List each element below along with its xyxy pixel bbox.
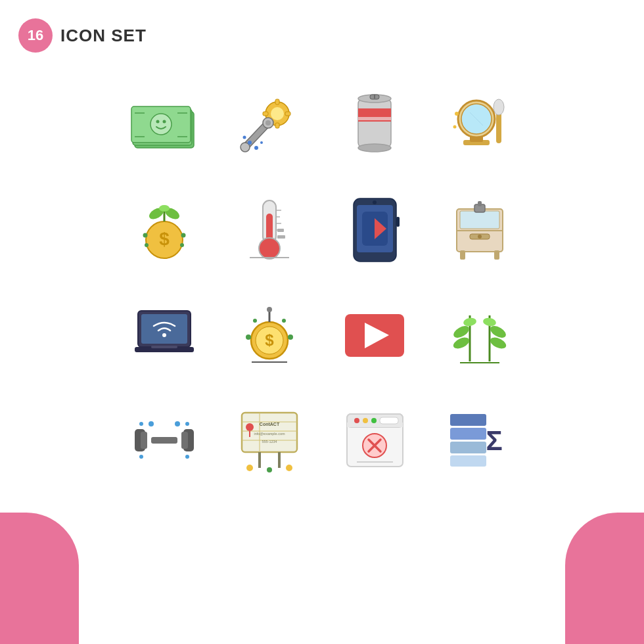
- svg-point-11: [271, 107, 284, 120]
- svg-rect-72: [478, 201, 482, 206]
- svg-point-87: [253, 319, 257, 323]
- svg-point-48: [181, 233, 185, 237]
- icon-money: [128, 89, 200, 161]
- svg-rect-79: [151, 346, 177, 348]
- icon-cell-cabinet: [427, 177, 532, 283]
- svg-point-97: [488, 323, 508, 340]
- icon-settings: [233, 89, 306, 161]
- icon-laptop-wifi: [128, 299, 200, 371]
- svg-point-85: [246, 334, 251, 340]
- icon-cabinet: [444, 194, 516, 266]
- svg-rect-23: [358, 99, 391, 148]
- svg-point-124: [267, 467, 272, 472]
- badge-title: ICON SET: [60, 26, 147, 46]
- svg-point-77: [162, 333, 166, 337]
- svg-point-17: [265, 120, 271, 126]
- svg-point-86: [288, 334, 293, 340]
- svg-rect-15: [285, 112, 290, 116]
- svg-point-95: [463, 317, 477, 327]
- svg-point-131: [371, 418, 377, 423]
- svg-rect-13: [275, 123, 279, 128]
- svg-rect-138: [450, 428, 486, 440]
- icon-cell-browser-error: [322, 388, 427, 493]
- icon-cell-wheat: [427, 283, 532, 388]
- svg-rect-68: [460, 211, 499, 229]
- icon-video-play: [338, 299, 411, 371]
- svg-point-38: [455, 112, 459, 116]
- svg-rect-74: [494, 250, 499, 260]
- icon-cell-can: [322, 72, 427, 177]
- svg-rect-64: [396, 217, 400, 227]
- svg-rect-103: [141, 432, 147, 449]
- icon-cell-settings: [217, 72, 322, 177]
- svg-text:$: $: [265, 331, 274, 349]
- icon-contact-sign: ContACT info@example.com 555-1234: [233, 404, 306, 476]
- svg-point-65: [373, 200, 377, 204]
- icon-cell-mobile-play: [322, 177, 427, 283]
- svg-point-45: [159, 205, 170, 212]
- svg-rect-139: [450, 442, 486, 453]
- corner-decoration-br: [565, 513, 644, 644]
- svg-point-25: [358, 144, 391, 152]
- icon-cell-thermometer: [217, 177, 322, 283]
- icon-cell-mirror: [427, 72, 532, 177]
- svg-point-107: [175, 421, 180, 426]
- svg-text:ContACT: ContACT: [260, 422, 280, 426]
- svg-point-98: [488, 335, 507, 351]
- svg-rect-27: [358, 117, 391, 120]
- svg-point-21: [243, 136, 246, 139]
- icon-dumbbell: [128, 404, 200, 476]
- svg-point-3: [150, 114, 172, 135]
- svg-rect-140: [450, 455, 486, 467]
- svg-rect-58: [277, 235, 285, 239]
- icons-grid: $: [112, 72, 532, 493]
- svg-point-93: [451, 323, 471, 340]
- svg-point-106: [149, 421, 154, 426]
- svg-rect-12: [275, 99, 279, 104]
- icon-cell-money: [112, 72, 217, 177]
- icon-cell-laptop-wifi: [112, 283, 217, 388]
- svg-rect-137: [450, 414, 486, 426]
- icon-can: [338, 89, 411, 161]
- svg-point-5: [163, 120, 166, 124]
- icon-cell-video-play: [322, 283, 427, 388]
- svg-point-88: [282, 319, 286, 323]
- icon-cell-investment: $: [112, 177, 217, 283]
- svg-text:info@example.com: info@example.com: [254, 432, 285, 436]
- icon-wheat: [444, 299, 516, 371]
- icon-browser-error: [338, 404, 411, 476]
- svg-rect-73: [460, 250, 465, 260]
- svg-point-123: [246, 465, 253, 471]
- svg-point-19: [248, 141, 252, 145]
- svg-rect-14: [263, 112, 268, 116]
- svg-point-94: [451, 335, 471, 351]
- svg-point-20: [254, 146, 258, 150]
- icon-mirror: [444, 89, 516, 161]
- icon-coin-plant: $: [233, 299, 306, 371]
- svg-rect-59: [277, 229, 284, 232]
- svg-point-111: [185, 455, 189, 459]
- svg-point-130: [363, 418, 368, 423]
- svg-point-4: [156, 120, 160, 124]
- corner-decoration-bl: [0, 513, 79, 644]
- svg-point-39: [453, 125, 457, 128]
- svg-point-110: [139, 455, 143, 459]
- svg-text:Σ: Σ: [486, 425, 502, 456]
- badge-container: 16 ICON SET: [18, 18, 147, 53]
- icon-mobile-play: [338, 194, 411, 266]
- svg-text:555-1234: 555-1234: [262, 440, 277, 444]
- svg-point-49: [180, 243, 184, 247]
- svg-point-70: [478, 235, 482, 239]
- svg-rect-132: [380, 417, 398, 424]
- icon-cell-coin-plant: $: [217, 283, 322, 388]
- badge-number: 16: [18, 18, 53, 53]
- svg-point-117: [246, 423, 254, 431]
- svg-point-99: [482, 317, 497, 327]
- svg-rect-105: [181, 432, 188, 449]
- svg-point-129: [354, 418, 359, 423]
- icon-cell-sigma: Σ: [427, 388, 532, 493]
- svg-point-52: [259, 238, 280, 259]
- svg-point-108: [139, 422, 143, 426]
- icon-cell-contact-sign: ContACT info@example.com 555-1234: [217, 388, 322, 493]
- svg-point-109: [185, 422, 189, 426]
